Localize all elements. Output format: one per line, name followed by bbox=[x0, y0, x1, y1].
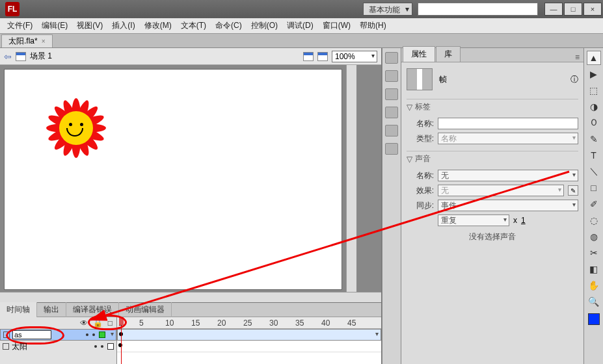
align-icon[interactable] bbox=[385, 88, 398, 100]
close-icon[interactable]: × bbox=[42, 38, 46, 45]
menu-control[interactable]: 控制(O) bbox=[247, 19, 282, 32]
menu-command[interactable]: 命令(C) bbox=[211, 19, 247, 32]
menu-bar: 文件(F) 编辑(E) 视图(V) 插入(I) 修改(M) 文本(T) 命令(C… bbox=[0, 18, 603, 34]
tab-output[interactable]: 输出 bbox=[37, 302, 66, 317]
pen-tool[interactable]: Ｏ bbox=[587, 116, 601, 130]
layer-icon bbox=[3, 332, 10, 338]
stage-vscroll[interactable] bbox=[346, 65, 356, 292]
scene-label: 场景 1 bbox=[30, 51, 52, 62]
free-transform-tool[interactable]: ⬚ bbox=[587, 83, 601, 98]
swatches-icon[interactable] bbox=[385, 70, 398, 82]
tab-library[interactable]: 库 bbox=[436, 46, 461, 62]
sound-repeat-dropdown[interactable]: 重复 bbox=[438, 214, 509, 226]
lasso-tool[interactable]: ◑ bbox=[587, 99, 601, 114]
info-icon[interactable] bbox=[385, 107, 398, 118]
sound-name-label: 名称: bbox=[407, 170, 434, 181]
panel-menu-icon[interactable]: ≡ bbox=[571, 53, 583, 62]
stage-canvas[interactable] bbox=[4, 69, 342, 290]
selection-tool[interactable]: ▲ bbox=[587, 51, 601, 65]
menu-view[interactable]: 视图(V) bbox=[72, 19, 107, 32]
line-tool[interactable]: T bbox=[587, 148, 601, 162]
sound-sync-dropdown[interactable]: 事件 bbox=[438, 200, 578, 211]
minimize-button[interactable]: — bbox=[544, 3, 563, 16]
dock-rail bbox=[382, 48, 401, 364]
tab-timeline[interactable]: 时间轴 bbox=[0, 302, 37, 317]
name-label: 名称: bbox=[407, 118, 434, 129]
transform-icon[interactable] bbox=[385, 125, 398, 136]
playhead[interactable] bbox=[121, 317, 122, 364]
menu-insert[interactable]: 插入(I) bbox=[107, 19, 139, 32]
frame-type-dropdown[interactable]: 名称 bbox=[438, 133, 578, 144]
eraser-tool[interactable]: ✋ bbox=[587, 278, 601, 292]
menu-modify[interactable]: 修改(M) bbox=[140, 19, 176, 32]
edit-effect-button[interactable]: ✎ bbox=[568, 185, 578, 196]
document-tab-label: 太阳.fla* bbox=[8, 36, 38, 47]
layer-row[interactable] bbox=[0, 329, 116, 341]
layer-name-input[interactable] bbox=[12, 330, 51, 339]
eye-icon[interactable]: 👁 bbox=[80, 318, 88, 328]
tools-panel: ▲ ▶ ⬚ ◑ Ｏ ✎ T ＼ □ ✐ ◌ ◍ ✂ ◧ ✋ 🔍 bbox=[583, 48, 603, 364]
repeat-x-label: x bbox=[513, 216, 517, 225]
section-sound: 声音 bbox=[415, 153, 431, 164]
paint-bucket-tool[interactable]: ✂ bbox=[587, 246, 601, 260]
help-icon[interactable]: ⓘ bbox=[570, 74, 578, 85]
text-tool[interactable]: ✎ bbox=[587, 132, 601, 146]
layer-row[interactable]: 太阳 bbox=[0, 341, 116, 352]
repeat-count[interactable]: 1 bbox=[521, 216, 526, 225]
eyedropper-tool[interactable]: ◧ bbox=[587, 262, 601, 276]
menu-edit[interactable]: 编辑(E) bbox=[37, 19, 72, 32]
section-label: 标签 bbox=[415, 101, 431, 112]
chevron-down-icon[interactable]: ▽ bbox=[407, 155, 412, 164]
menu-help[interactable]: 帮助(H) bbox=[355, 19, 391, 32]
tab-compiler-errors[interactable]: 编译器错误 bbox=[66, 302, 119, 317]
app-logo: FL bbox=[5, 2, 20, 16]
chevron-down-icon[interactable]: ▽ bbox=[407, 103, 412, 112]
edit-symbol-icon[interactable] bbox=[317, 52, 328, 61]
brush-tool[interactable]: ✐ bbox=[587, 197, 601, 211]
tab-motion-editor[interactable]: 动画编辑器 bbox=[119, 302, 172, 317]
lock-icon[interactable]: 🔒 bbox=[93, 318, 103, 328]
palette-icon[interactable] bbox=[385, 52, 398, 64]
fill-color-swatch[interactable] bbox=[588, 313, 600, 325]
scene-icon bbox=[16, 52, 26, 61]
library-icon[interactable] bbox=[385, 143, 398, 155]
type-label: 类型: bbox=[407, 133, 434, 144]
maximize-button[interactable]: □ bbox=[564, 3, 582, 16]
back-icon[interactable]: ⇦ bbox=[4, 51, 12, 62]
workspace-dropdown[interactable]: 基本功能 bbox=[363, 3, 412, 16]
outline-icon[interactable]: □ bbox=[108, 318, 113, 328]
menu-text[interactable]: 文本(T) bbox=[176, 19, 211, 32]
rectangle-tool[interactable]: ＼ bbox=[587, 164, 601, 179]
layer-name: 太阳 bbox=[12, 341, 27, 352]
sound-sync-label: 同步: bbox=[407, 200, 434, 211]
bone-tool[interactable]: ◍ bbox=[587, 229, 601, 244]
frame-name-input[interactable] bbox=[438, 118, 578, 129]
sound-effect-label: 效果: bbox=[407, 185, 434, 196]
edit-scene-icon[interactable] bbox=[303, 52, 314, 61]
frame-row[interactable] bbox=[117, 341, 381, 352]
hand-tool[interactable]: 🔍 bbox=[587, 294, 601, 309]
menu-debug[interactable]: 调试(D) bbox=[282, 19, 318, 32]
properties-title: 帧 bbox=[439, 74, 447, 85]
stage-hscroll[interactable] bbox=[0, 292, 381, 302]
keyframe-icon[interactable] bbox=[118, 343, 122, 347]
timeline-ruler[interactable]: 1 5 10 15 20 25 30 35 40 45 bbox=[117, 317, 381, 329]
frame-thumb-icon bbox=[407, 68, 433, 90]
frame-row[interactable] bbox=[117, 329, 381, 341]
menu-window[interactable]: 窗口(W) bbox=[318, 19, 355, 32]
menu-file[interactable]: 文件(F) bbox=[3, 19, 37, 32]
pencil-tool[interactable]: □ bbox=[587, 181, 601, 195]
close-button[interactable]: × bbox=[583, 3, 602, 16]
stage-sun-graphic[interactable] bbox=[44, 96, 109, 161]
subselection-tool[interactable]: ▶ bbox=[587, 67, 601, 81]
layer-icon bbox=[3, 343, 9, 350]
deco-tool[interactable]: ◌ bbox=[587, 213, 601, 228]
sound-name-dropdown[interactable]: 无 bbox=[438, 170, 578, 181]
zoom-dropdown[interactable]: 100% bbox=[332, 51, 377, 62]
search-input[interactable] bbox=[418, 3, 538, 16]
no-sound-note: 没有选择声音 bbox=[407, 231, 578, 242]
document-tab[interactable]: 太阳.fla* × bbox=[1, 34, 53, 47]
tab-properties[interactable]: 属性 bbox=[403, 46, 435, 62]
sound-effect-dropdown[interactable]: 无 bbox=[438, 185, 564, 196]
